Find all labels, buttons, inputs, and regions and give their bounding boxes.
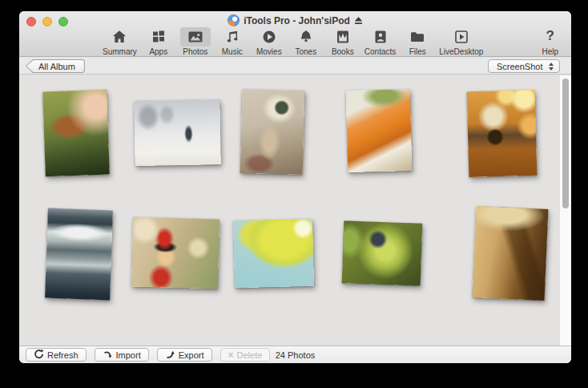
import-arrow-icon: [103, 349, 113, 361]
apps-grid-icon: [143, 27, 174, 46]
live-desktop-icon: [446, 27, 477, 46]
tab-movies[interactable]: Movies: [254, 27, 284, 56]
refresh-button[interactable]: Refresh: [26, 348, 87, 362]
all-album-back-button[interactable]: All Album: [26, 59, 85, 73]
tab-contacts[interactable]: Contacts: [364, 27, 396, 56]
statusbar-buttons: Refresh Import Export × Delete: [26, 348, 270, 362]
help-button[interactable]: ? Help: [542, 27, 558, 56]
scrollbar-thumb[interactable]: [562, 79, 569, 208]
scrollbar-track[interactable]: [559, 75, 571, 346]
x-icon: ×: [228, 350, 234, 360]
book-icon: [328, 27, 358, 46]
album-dropdown-value: ScreenShot: [497, 62, 542, 71]
music-notes-icon: [217, 27, 248, 46]
photo-red-hat-doll[interactable]: [131, 217, 219, 289]
tab-summary[interactable]: Summary: [103, 27, 137, 56]
export-arrow-icon: [165, 349, 175, 361]
photo-yellow-balloons[interactable]: [233, 219, 314, 289]
movies-play-icon: [254, 27, 284, 46]
photo-dragonfly-closeup[interactable]: [342, 220, 423, 285]
tab-tones[interactable]: Tones: [291, 27, 321, 56]
photo-squirrel-kiss[interactable]: [42, 90, 110, 177]
tab-livedesktop[interactable]: LiveDesktop: [439, 27, 483, 56]
tab-apps[interactable]: Apps: [143, 27, 174, 56]
itools-window: iTools Pro - John'siPod Summary Apps: [19, 11, 571, 363]
photo-starbucks-bokeh[interactable]: [467, 90, 538, 177]
statusbar: 24 Photos Refresh Import: [19, 346, 571, 363]
photo-starbucks-cup-figurine[interactable]: [240, 89, 305, 175]
export-button[interactable]: Export: [157, 348, 212, 362]
stepper-arrows-icon: [549, 63, 554, 71]
house-icon: [104, 27, 135, 46]
eject-icon[interactable]: [354, 16, 363, 25]
contact-card-icon: [365, 27, 396, 46]
tab-books[interactable]: Books: [328, 27, 358, 56]
itools-app-icon: [228, 14, 240, 26]
import-button[interactable]: Import: [95, 348, 149, 362]
photo-mountain-lake[interactable]: [45, 208, 113, 301]
screenshot-canvas: iTools Pro - John'siPod Summary Apps: [0, 0, 588, 388]
tab-files[interactable]: Files: [402, 27, 433, 56]
bell-icon: [291, 27, 321, 46]
photo-carrot-on-book[interactable]: [346, 89, 413, 172]
refresh-icon: [34, 349, 44, 361]
main-toolbar: Summary Apps Photos: [103, 27, 483, 56]
photo-snow-walker[interactable]: [134, 99, 220, 166]
folder-icon: [402, 27, 433, 46]
photos-icon: [180, 27, 211, 46]
pathbar: All Album ScreenShot: [19, 58, 571, 75]
window-header: iTools Pro - John'siPod Summary Apps: [19, 11, 571, 57]
question-mark-icon: ?: [546, 27, 554, 46]
photo-grid: [19, 75, 571, 346]
tab-photos[interactable]: Photos: [180, 27, 211, 56]
delete-button[interactable]: × Delete: [220, 348, 271, 362]
photo-autumn-bench[interactable]: [473, 206, 549, 301]
tab-music[interactable]: Music: [217, 27, 248, 56]
all-album-label: All Album: [26, 60, 84, 72]
album-dropdown[interactable]: ScreenShot: [488, 59, 560, 73]
titlebar: iTools Pro - John'siPod: [19, 14, 571, 27]
window-title: iTools Pro - John'siPod: [244, 15, 350, 26]
